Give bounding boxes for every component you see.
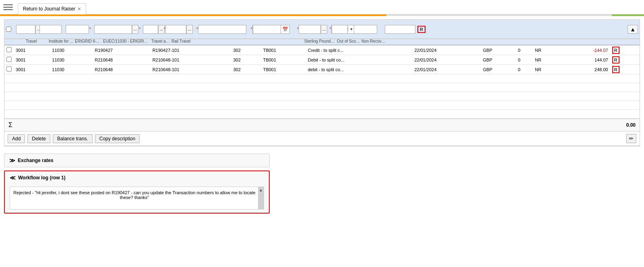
edit-checkbox[interactable]: [6, 27, 11, 32]
row1-c11: NR: [533, 45, 560, 55]
edit-field-3001: 3001 ...: [16, 25, 38, 34]
tab-close-button[interactable]: ×: [78, 6, 81, 12]
sl-non-recover: Non Recover...: [361, 39, 388, 43]
row1-r: R: [610, 45, 640, 55]
scroll-up-arrow[interactable]: ▲: [259, 188, 263, 192]
row3-c5: 302: [231, 65, 261, 74]
row3-check[interactable]: [6, 66, 12, 72]
row1-c7: Credit - to split c...: [306, 45, 413, 55]
up-arrow-button[interactable]: ▲: [627, 25, 638, 34]
row3-r: R: [610, 65, 640, 74]
table-row-empty: [4, 92, 640, 101]
progress-bar: [0, 14, 644, 16]
row1-c8: 22/01/2024: [412, 45, 481, 55]
row1-amount: -144.07: [560, 45, 610, 55]
input-amount[interactable]: -248.00: [385, 25, 415, 34]
input-r190427-101[interactable]: R190427-101: [94, 25, 132, 34]
row3-c4: R210648-101: [151, 65, 231, 74]
row2-c5: 302: [231, 55, 261, 65]
sl-empty: [16, 39, 25, 43]
input-r190427[interactable]: R190427: [66, 25, 89, 34]
exchange-rates-title: Exchange rates: [18, 158, 54, 163]
delete-button[interactable]: Delete: [27, 134, 50, 143]
tab-label: Return to Journal Raiser: [23, 6, 75, 12]
input-0[interactable]: 0: [332, 25, 348, 34]
row2-r: R: [610, 55, 640, 65]
row3-c9: GBP: [481, 65, 516, 74]
edit-field-11030: 11030: [39, 25, 64, 34]
workflow-scrollbar[interactable]: ▲: [258, 187, 264, 209]
calendar-icon[interactable]: 📅: [281, 27, 289, 32]
row3-amount: 248.00: [560, 65, 610, 74]
edit-field-tb001: * TB001 ...: [163, 25, 195, 34]
pencil-button[interactable]: ✏: [626, 134, 636, 143]
data-table: 3001 11030 R190427 R190427-101 302 TB001…: [4, 45, 640, 119]
row3-checkbox: [4, 65, 14, 74]
edit-field-gbp: * GBP ...: [297, 25, 328, 34]
table-row-empty: [4, 74, 640, 83]
balance-trans-button[interactable]: Balance trans.: [53, 134, 93, 143]
input-date[interactable]: 22/01/2024: [253, 25, 281, 34]
edit-field-desc: * Credit - to split c: [196, 25, 249, 34]
sigma-total: 0.00: [626, 122, 636, 128]
row1-c2: 11030: [50, 45, 93, 55]
input-tb001[interactable]: TB001: [165, 25, 186, 34]
journal-table-wrapper: 3001 ... 11030 R190427 * R190427-101 ...…: [4, 19, 640, 146]
required-star: *: [89, 27, 91, 31]
workflow-collapse-icon: ≪: [10, 175, 16, 181]
row3-c8: 22/01/2024: [412, 65, 481, 74]
row1-check[interactable]: [6, 47, 12, 52]
input-11030[interactable]: 11030: [39, 25, 62, 34]
table-row-empty: [4, 101, 640, 110]
row2-checkbox: [4, 55, 14, 65]
r-badge-edit: R: [417, 26, 425, 33]
workflow-log-header[interactable]: ≪ Workflow log (row 1): [5, 171, 269, 184]
up-arrow-cell: ▲: [627, 25, 638, 34]
dots-tb001[interactable]: ...: [186, 25, 193, 34]
sl-rail: Rail Travel: [171, 39, 202, 43]
table-row: 3001 11030 R210648 R210648-101 302 TB001…: [4, 65, 640, 74]
input-desc[interactable]: Credit - to split c: [198, 25, 246, 34]
table-row-empty: [4, 110, 640, 119]
row1-checkbox: [4, 45, 14, 55]
table-row-empty: [4, 83, 640, 92]
sl-euec: EUEC/11030 - ERIGRID ...: [103, 39, 150, 43]
exchange-rates-panel: ≫ Exchange rates: [4, 154, 270, 167]
edit-field-date: * 22/01/2024 📅: [250, 25, 295, 34]
workflow-log-title: Workflow log (row 1): [18, 175, 66, 181]
dots-gbp[interactable]: ...: [321, 25, 327, 34]
row3-c1: 3001: [14, 65, 50, 74]
row1-c1: 3001: [14, 45, 50, 55]
row3-c7: debit - to split co...: [306, 65, 413, 74]
main-content: 3001 ... 11030 R190427 * R190427-101 ...…: [0, 16, 644, 267]
progress-green: [612, 14, 644, 16]
edit-row: 3001 ... 11030 R190427 * R190427-101 ...…: [4, 20, 640, 39]
row2-c2: 11030: [50, 55, 93, 65]
row1-c9: GBP: [481, 45, 516, 55]
copy-description-button[interactable]: Copy description: [95, 134, 140, 143]
sl-empty2: [204, 39, 257, 43]
row3-c6: TB001: [261, 65, 306, 74]
sigma-symbol: Σ: [8, 121, 12, 129]
add-button[interactable]: Add: [8, 134, 25, 143]
row3-r-badge: R: [612, 66, 619, 73]
input-nr[interactable]: NR: [354, 25, 377, 34]
input-3001[interactable]: 3001: [16, 25, 35, 34]
row2-check[interactable]: [6, 57, 12, 62]
row2-c9: GBP: [481, 55, 516, 65]
dots-r190427-101[interactable]: ...: [132, 25, 138, 34]
menu-icon[interactable]: [3, 2, 13, 12]
exchange-rates-header[interactable]: ≫ Exchange rates: [4, 154, 269, 167]
row2-c1: 3001: [14, 55, 50, 65]
input-302[interactable]: 302: [143, 25, 158, 34]
row1-c6: TB001: [261, 45, 306, 55]
row2-c4: R210648-101: [151, 55, 231, 65]
row2-c11: NR: [533, 55, 560, 65]
edit-field-r: R: [417, 26, 426, 33]
input-gbp[interactable]: GBP: [299, 25, 321, 34]
sl-out-of-scope: Out of Scope: [337, 39, 360, 43]
workflow-log-panel: ≪ Workflow log (row 1) Rejected - "Hi je…: [4, 170, 270, 214]
main-tab[interactable]: Return to Journal Raiser ×: [18, 3, 86, 14]
sl-travel: Travel: [26, 39, 47, 43]
row2-c6: TB001: [261, 55, 306, 65]
